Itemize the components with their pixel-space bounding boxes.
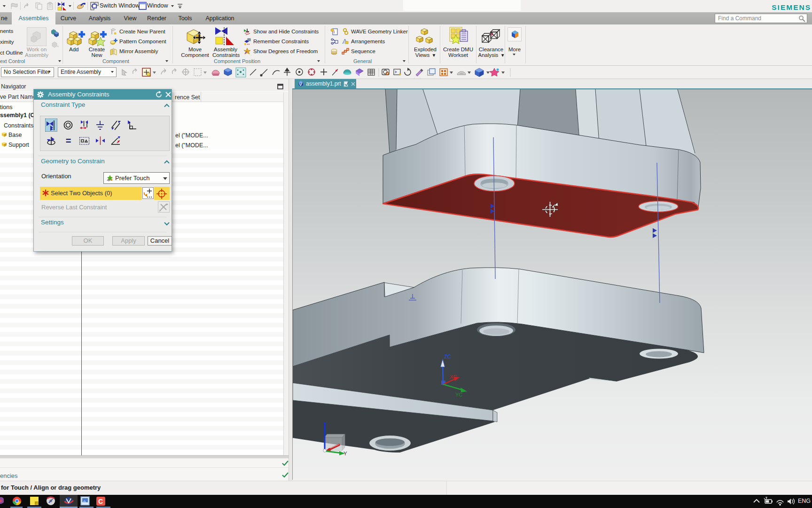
svg-text:XC: XC bbox=[450, 374, 457, 380]
svg-text:C: C bbox=[98, 498, 103, 505]
svg-text:Y: Y bbox=[344, 451, 347, 456]
svg-text:ZC: ZC bbox=[444, 354, 451, 359]
svg-text:YC: YC bbox=[455, 392, 462, 397]
svg-text:i: i bbox=[334, 30, 335, 34]
